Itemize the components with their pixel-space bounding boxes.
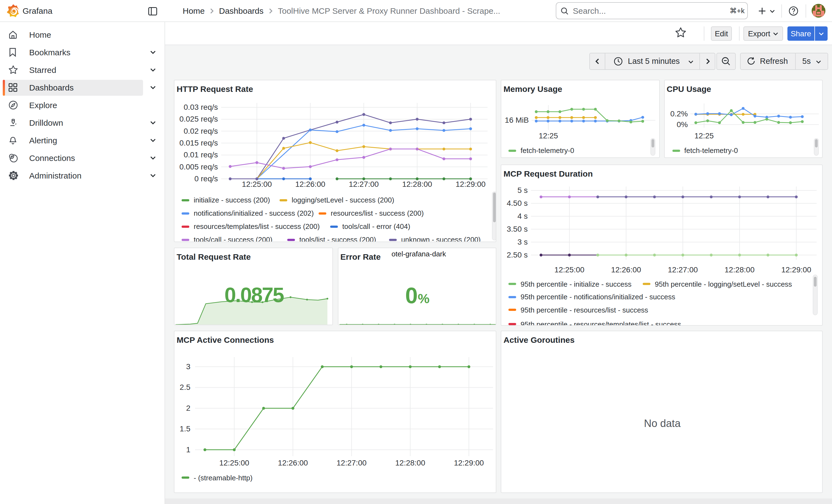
svg-text:0.005 req/s: 0.005 req/s <box>179 163 218 171</box>
svg-text:12:25: 12:25 <box>539 132 558 140</box>
svg-text:12:27:00: 12:27:00 <box>349 180 379 188</box>
svg-text:0.01 req/s: 0.01 req/s <box>183 151 218 159</box>
svg-text:12:27:00: 12:27:00 <box>668 265 698 274</box>
svg-text:2.50 s: 2.50 s <box>507 250 528 259</box>
svg-text:0.02 req/s: 0.02 req/s <box>183 127 218 135</box>
svg-text:1: 1 <box>186 445 190 454</box>
svg-text:12:25: 12:25 <box>694 132 713 140</box>
svg-text:4 s: 4 s <box>518 212 528 220</box>
svg-text:3.50 s: 3.50 s <box>507 224 528 233</box>
svg-text:0.03 req/s: 0.03 req/s <box>183 103 218 111</box>
svg-text:5 s: 5 s <box>518 186 528 194</box>
svg-text:12:29:00: 12:29:00 <box>781 265 811 274</box>
svg-text:12:25:00: 12:25:00 <box>554 265 584 274</box>
svg-text:0.025 req/s: 0.025 req/s <box>179 115 218 123</box>
svg-text:12:25:00: 12:25:00 <box>242 180 272 188</box>
svg-text:12:26:00: 12:26:00 <box>611 265 641 274</box>
svg-text:3: 3 <box>186 362 190 371</box>
svg-text:12:28:00: 12:28:00 <box>725 265 755 274</box>
svg-text:3 s: 3 s <box>518 237 528 246</box>
svg-text:12:28:00: 12:28:00 <box>395 458 425 467</box>
svg-text:0%: 0% <box>677 120 687 129</box>
svg-text:12:29:00: 12:29:00 <box>456 180 486 188</box>
svg-text:12:26:00: 12:26:00 <box>295 180 325 188</box>
svg-text:12:25:00: 12:25:00 <box>219 458 249 467</box>
svg-text:4.50 s: 4.50 s <box>507 198 528 207</box>
svg-text:12:29:00: 12:29:00 <box>454 458 484 467</box>
svg-text:2.5: 2.5 <box>180 383 190 391</box>
svg-text:1.5: 1.5 <box>180 424 190 433</box>
svg-text:12:26:00: 12:26:00 <box>278 458 308 467</box>
svg-text:16 MiB: 16 MiB <box>505 116 529 124</box>
svg-text:2: 2 <box>186 404 190 412</box>
svg-text:0 req/s: 0 req/s <box>194 175 218 183</box>
svg-text:0.015 req/s: 0.015 req/s <box>179 139 218 147</box>
svg-text:12:27:00: 12:27:00 <box>337 458 366 467</box>
svg-text:0.2%: 0.2% <box>670 109 687 118</box>
svg-text:12:28:00: 12:28:00 <box>402 180 432 188</box>
